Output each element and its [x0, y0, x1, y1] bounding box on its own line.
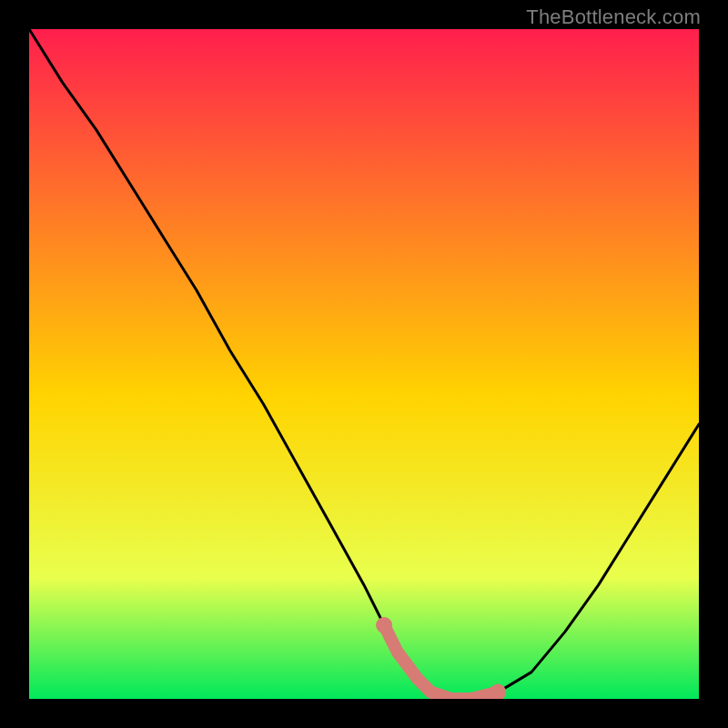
plot-area	[29, 29, 699, 699]
highlight-marker	[376, 617, 392, 633]
chart-frame: TheBottleneck.com	[0, 0, 728, 728]
bottleneck-chart-svg	[29, 29, 699, 699]
gradient-background	[29, 29, 699, 699]
watermark-text: TheBottleneck.com	[526, 5, 701, 29]
